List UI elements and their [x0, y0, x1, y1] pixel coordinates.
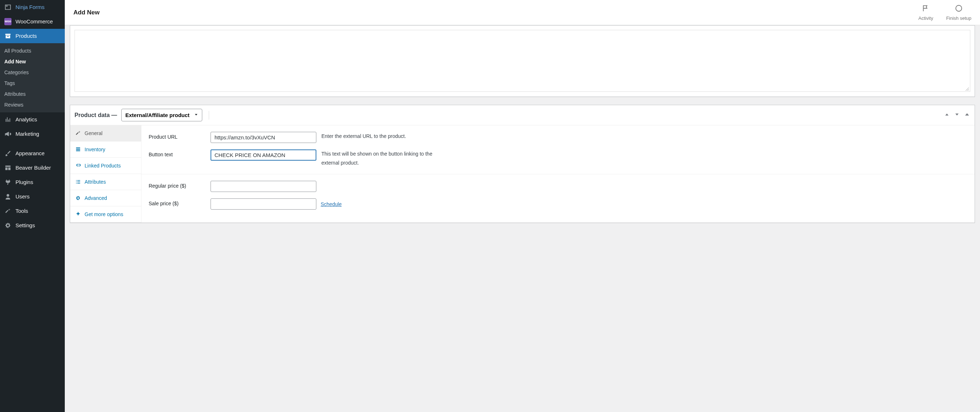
subitem-attributes[interactable]: Attributes: [0, 89, 65, 99]
megaphone-icon: [4, 130, 11, 137]
sidebar-item-products[interactable]: Products: [0, 29, 65, 43]
archive-icon: [4, 32, 11, 40]
subitem-tags[interactable]: Tags: [0, 78, 65, 89]
button-text-label: Button text: [149, 150, 210, 157]
finish-setup-button[interactable]: Finish setup: [946, 4, 971, 21]
sidebar-item-tools[interactable]: Tools: [0, 204, 65, 218]
sidebar-item-label: WooCommerce: [16, 18, 53, 25]
gear-icon: [4, 222, 11, 229]
sale-price-label: Sale price ($): [149, 198, 210, 206]
sidebar-item-label: Beaver Builder: [16, 164, 51, 171]
schedule-link[interactable]: Schedule: [321, 201, 342, 207]
sidebar-item-label: Ninja Forms: [16, 3, 45, 11]
gear-icon: [75, 195, 81, 201]
sale-price-input[interactable]: [210, 198, 317, 209]
link-icon: [75, 163, 81, 169]
woocommerce-icon: woo: [4, 18, 11, 25]
sidebar-item-settings[interactable]: Settings: [0, 218, 65, 233]
tab-linked-products[interactable]: Linked Products: [70, 158, 141, 174]
list-icon: [75, 179, 81, 185]
description-editor-box: [70, 25, 975, 97]
panel-toggle-button[interactable]: [964, 111, 970, 119]
wrench-icon: [4, 208, 11, 215]
sidebar-item-label: Settings: [16, 222, 35, 229]
inventory-icon: [75, 147, 81, 152]
tab-label: Attributes: [84, 179, 106, 185]
metabox-controls: [943, 111, 970, 119]
user-icon: [4, 193, 11, 200]
sidebar-item-appearance[interactable]: Appearance: [0, 146, 65, 161]
sparkle-icon: [75, 211, 81, 217]
product-data-header: Product data — External/Affiliate produc…: [70, 105, 975, 125]
sidebar-item-users[interactable]: Users: [0, 189, 65, 204]
panel-down-button[interactable]: [954, 111, 960, 119]
resize-handle-icon[interactable]: [965, 86, 969, 91]
svg-rect-1: [6, 6, 8, 7]
tab-label: Get more options: [84, 211, 123, 217]
finish-setup-label: Finish setup: [946, 16, 971, 21]
tab-label: Linked Products: [84, 163, 121, 169]
tab-attributes[interactable]: Attributes: [70, 174, 141, 190]
subitem-add-new[interactable]: Add New: [0, 56, 65, 67]
sidebar-item-plugins[interactable]: Plugins: [0, 175, 65, 189]
product-url-label: Product URL: [149, 132, 210, 140]
chart-icon: [4, 116, 11, 123]
general-options-panel: Product URL Enter the external URL to th…: [142, 125, 975, 223]
tab-get-more-options[interactable]: Get more options: [70, 206, 141, 223]
sidebar-item-label: Marketing: [16, 130, 39, 137]
product-url-help: Enter the external URL to the product.: [321, 132, 406, 141]
product-type-select[interactable]: External/Affiliate product: [121, 109, 202, 121]
plug-icon: [4, 179, 11, 186]
tab-label: General: [84, 130, 103, 136]
button-text-input[interactable]: [210, 150, 317, 161]
tab-inventory[interactable]: Inventory: [70, 142, 141, 158]
subitem-categories[interactable]: Categories: [0, 67, 65, 78]
sidebar-item-label: Plugins: [16, 179, 33, 186]
tab-label: Advanced: [84, 195, 107, 201]
page-title: Add New: [73, 9, 100, 16]
product-url-input[interactable]: [210, 132, 317, 143]
sidebar-item-label: Products: [16, 32, 37, 40]
brush-icon: [4, 150, 11, 157]
svg-point-2: [956, 5, 962, 11]
panel-up-button[interactable]: [943, 111, 950, 119]
tab-advanced[interactable]: Advanced: [70, 190, 141, 206]
sidebar-item-label: Analytics: [16, 116, 37, 123]
layout-icon: [4, 164, 11, 171]
circle-icon: [955, 4, 963, 13]
tab-label: Inventory: [84, 147, 105, 152]
sidebar-item-label: Users: [16, 193, 30, 200]
form-icon: [4, 3, 11, 11]
admin-sidebar: Ninja Forms woo WooCommerce Products All…: [0, 0, 65, 242]
subitem-reviews[interactable]: Reviews: [0, 99, 65, 110]
wrench-icon: [75, 130, 81, 136]
products-submenu: All Products Add New Categories Tags Att…: [0, 43, 65, 112]
description-editor[interactable]: [75, 30, 970, 92]
sidebar-item-woocommerce[interactable]: woo WooCommerce: [0, 14, 65, 29]
sidebar-item-ninja-forms[interactable]: Ninja Forms: [0, 0, 65, 14]
subitem-all-products[interactable]: All Products: [0, 45, 65, 56]
tab-general[interactable]: General: [70, 125, 141, 142]
activity-label: Activity: [918, 16, 933, 21]
button-text-help: This text will be shown on the button li…: [321, 150, 433, 168]
flag-icon: [922, 4, 930, 13]
topbar: Add New Activity Finish setup: [65, 0, 980, 25]
regular-price-label: Regular price ($): [149, 181, 210, 189]
regular-price-input[interactable]: [210, 181, 317, 192]
product-data-tabs: General Inventory Linked Products Attrib…: [70, 125, 142, 223]
sidebar-item-marketing[interactable]: Marketing: [0, 127, 65, 141]
sidebar-item-label: Appearance: [16, 150, 45, 157]
sidebar-item-beaver-builder[interactable]: Beaver Builder: [0, 161, 65, 175]
activity-button[interactable]: Activity: [918, 4, 933, 21]
product-data-heading: Product data —: [75, 112, 117, 118]
product-data-box: Product data — External/Affiliate produc…: [70, 105, 975, 223]
sidebar-item-label: Tools: [16, 208, 28, 215]
sidebar-item-analytics[interactable]: Analytics: [0, 112, 65, 127]
